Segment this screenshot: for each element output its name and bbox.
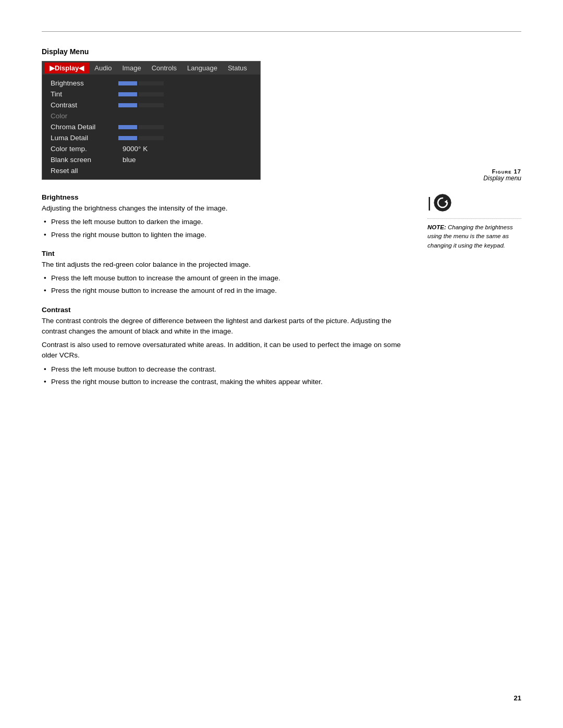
chroma-bar: [118, 125, 164, 129]
menu-row-label-reset-all: Reset all: [51, 167, 118, 175]
svg-point-0: [434, 194, 451, 211]
menu-row-label-brightness: Brightness: [51, 79, 118, 87]
note-icon: [433, 193, 452, 212]
menu-rows: Brightness Tint: [42, 75, 260, 179]
bar-dark-contrast: [139, 103, 164, 107]
tab-display[interactable]: ▶Display◀: [44, 63, 89, 73]
tint-bullet-2: Press the right mouse button to increase…: [42, 286, 407, 296]
side-note: | NOTE: Changing the brightness using th…: [427, 193, 521, 392]
menu-row-blank-screen[interactable]: Blank screen blue: [42, 154, 260, 165]
menu-row-chroma-detail[interactable]: Chroma Detail: [42, 121, 260, 132]
bar-dark-chroma: [139, 125, 164, 129]
menu-row-label-luma: Luma Detail: [51, 134, 118, 142]
menu-row-luma-detail[interactable]: Luma Detail: [42, 132, 260, 143]
menu-row-label-color: Color: [51, 112, 118, 120]
menu-row-label-contrast: Contrast: [51, 101, 118, 109]
menu-tabs: ▶Display◀ Audio Image Controls Language …: [42, 61, 260, 75]
figure-caption: Display menu: [483, 175, 521, 182]
page-number: 21: [514, 694, 521, 702]
color-temp-value: 9000° K: [123, 145, 148, 153]
bar-dark-tint: [139, 92, 164, 96]
menu-row-label-color-temp: Color temp.: [51, 145, 118, 153]
tab-image[interactable]: Image: [117, 63, 146, 73]
contrast-bullet-2: Press the right mouse button to increase…: [42, 377, 407, 387]
display-menu-heading: Display Menu: [42, 47, 521, 56]
menu-row-contrast[interactable]: Contrast: [42, 100, 260, 110]
tab-audio[interactable]: Audio: [89, 63, 117, 73]
dot-rule: [427, 218, 521, 219]
brightness-bar: [118, 81, 164, 85]
note-label: NOTE:: [427, 224, 446, 230]
brightness-heading: Brightness: [42, 193, 407, 201]
brightness-bullets: Press the left mouse button to darken th…: [42, 217, 407, 240]
bar-blue-brightness: [118, 81, 137, 85]
arrow-left-icon: ▶: [50, 64, 55, 72]
contrast-heading: Contrast: [42, 306, 407, 314]
top-rule: [42, 31, 521, 32]
brightness-intro: Adjusting the brightness changes the int…: [42, 203, 407, 214]
side-icon-block: | NOTE: Changing the brightness using th…: [427, 193, 521, 250]
tint-bullet-1: Press the left mouse button to increase …: [42, 273, 407, 283]
contrast-para-1: The contrast controls the degree of diff…: [42, 316, 407, 337]
page-container: Display Menu ▶Display◀ Audio Image Contr…: [0, 0, 563, 728]
contrast-para-2: Contrast is also used to remove oversatu…: [42, 340, 407, 361]
menu-row-label-chroma: Chroma Detail: [51, 123, 118, 131]
bar-dark-brightness: [139, 81, 164, 85]
tint-intro: The tint adjusts the red-green color bal…: [42, 260, 407, 270]
blank-screen-value: blue: [123, 156, 136, 164]
menu-row-label-blank-screen: Blank screen: [51, 156, 118, 164]
menu-row-brightness[interactable]: Brightness: [42, 78, 260, 89]
tint-heading: Tint: [42, 250, 407, 257]
pipe-icon: |: [427, 194, 431, 211]
menu-row-label-tint: Tint: [51, 90, 118, 98]
contrast-bar: [118, 103, 164, 107]
menu-row-color: Color: [42, 110, 260, 121]
contrast-bullet-1: Press the left mouse button to decrease …: [42, 364, 407, 375]
bar-dark-luma: [139, 136, 164, 140]
arrow-right-icon: ◀: [79, 64, 84, 72]
menu-row-color-temp[interactable]: Color temp. 9000° K: [42, 143, 260, 154]
note-text: NOTE: Changing the brightness using the …: [427, 223, 521, 250]
display-menu-ui: ▶Display◀ Audio Image Controls Language …: [42, 61, 261, 180]
brightness-bullet-2: Press the right mouse button to lighten …: [42, 230, 407, 240]
brightness-bullet-1: Press the left mouse button to darken th…: [42, 217, 407, 227]
menu-row-reset-all[interactable]: Reset all: [42, 165, 260, 176]
main-text: Brightness Adjusting the brightness chan…: [42, 193, 407, 392]
bar-blue-contrast: [118, 103, 137, 107]
figure-caption-block: Figure 17 Display menu: [483, 168, 521, 182]
tint-bullets: Press the left mouse button to increase …: [42, 273, 407, 297]
contrast-bullets: Press the left mouse button to decrease …: [42, 364, 407, 388]
tint-bar: [118, 92, 164, 96]
tab-language[interactable]: Language: [182, 63, 223, 73]
tab-status[interactable]: Status: [223, 63, 252, 73]
bar-blue-tint: [118, 92, 137, 96]
luma-bar: [118, 136, 164, 140]
menu-row-tint[interactable]: Tint: [42, 89, 260, 100]
bar-blue-luma: [118, 136, 137, 140]
figure-label: Figure 17: [483, 168, 521, 175]
tab-controls[interactable]: Controls: [146, 63, 182, 73]
bar-blue-chroma: [118, 125, 137, 129]
content-area: Brightness Adjusting the brightness chan…: [42, 193, 521, 392]
side-icon-row: |: [427, 193, 452, 212]
